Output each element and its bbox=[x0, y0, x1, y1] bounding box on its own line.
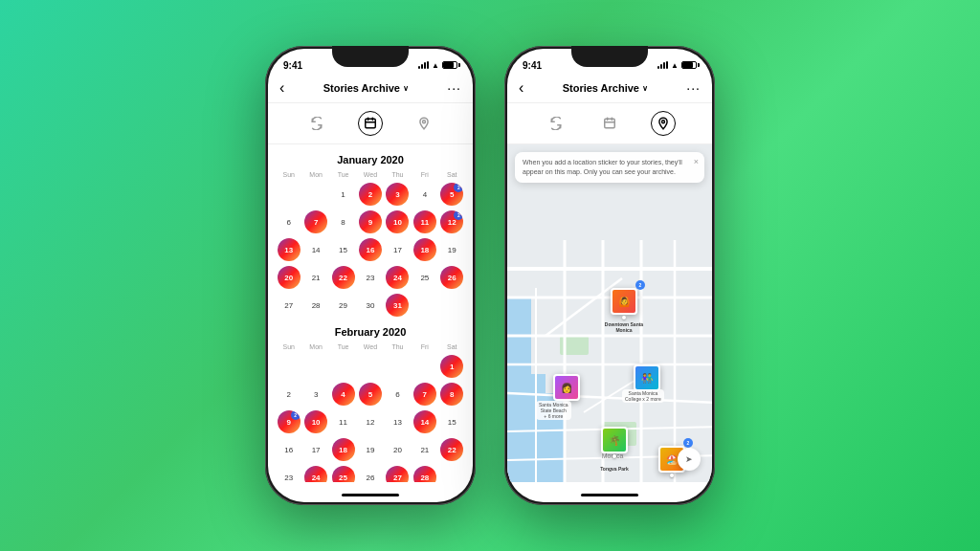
story-circle[interactable]: 14 bbox=[413, 410, 436, 433]
day-cell[interactable]: 24 bbox=[302, 464, 328, 482]
story-circle[interactable]: 122 bbox=[440, 210, 463, 233]
day-cell[interactable]: 7 bbox=[412, 381, 437, 408]
day-cell[interactable]: 18 bbox=[330, 436, 356, 463]
day-cell[interactable]: 3 bbox=[385, 181, 411, 208]
day-cell[interactable]: 10 bbox=[385, 209, 411, 235]
notch-left bbox=[332, 46, 409, 67]
day-cell[interactable]: 14 bbox=[412, 408, 437, 435]
story-circle[interactable]: 18 bbox=[332, 438, 355, 461]
tab-location-right[interactable] bbox=[651, 111, 676, 136]
day-cell[interactable]: 22 bbox=[330, 264, 356, 291]
day-cell[interactable]: 7 bbox=[302, 209, 328, 235]
story-badge: 2 bbox=[454, 183, 463, 192]
tab-location-left[interactable] bbox=[412, 111, 436, 136]
day-cell[interactable]: 16 bbox=[357, 236, 383, 263]
day-cell[interactable]: 5 bbox=[357, 381, 383, 408]
story-circle[interactable]: 92 bbox=[278, 410, 301, 433]
day-header: Sat bbox=[439, 169, 465, 180]
day-cell: 14 bbox=[302, 236, 328, 263]
story-circle[interactable]: 10 bbox=[304, 410, 327, 433]
story-circle[interactable]: 4 bbox=[332, 383, 355, 406]
calendar-grid: SunMonTueWedThuFriSat1234526789101112213… bbox=[276, 169, 465, 319]
story-circle[interactable]: 28 bbox=[413, 466, 436, 482]
story-circle[interactable]: 52 bbox=[440, 183, 463, 206]
day-cell[interactable]: 1 bbox=[439, 353, 465, 380]
map-pin-tongva[interactable]: 🌴 Tongva Park bbox=[601, 427, 628, 458]
story-circle[interactable]: 9 bbox=[359, 210, 382, 233]
story-circle[interactable]: 3 bbox=[386, 183, 409, 206]
day-cell[interactable]: 22 bbox=[439, 436, 465, 463]
battery-icon bbox=[442, 61, 457, 69]
story-circle[interactable]: 22 bbox=[440, 438, 463, 461]
story-circle[interactable]: 7 bbox=[304, 210, 327, 233]
day-cell[interactable]: 27 bbox=[385, 464, 411, 482]
day-cell: 11 bbox=[330, 408, 356, 435]
tab-calendar-left[interactable] bbox=[358, 111, 383, 136]
story-circle[interactable]: 7 bbox=[413, 383, 436, 406]
day-cell[interactable]: 26 bbox=[439, 264, 465, 291]
day-header: Sun bbox=[276, 342, 301, 352]
tooltip-text: When you add a location sticker to your … bbox=[523, 159, 682, 175]
back-button-left[interactable]: ‹ bbox=[279, 79, 284, 97]
day-cell: 3 bbox=[302, 381, 328, 408]
compass-icon: ➤ bbox=[685, 454, 693, 464]
story-circle[interactable]: 24 bbox=[386, 266, 409, 289]
map-view[interactable]: Santa Monica When you add a location sti… bbox=[507, 144, 712, 482]
story-circle[interactable]: 8 bbox=[440, 383, 463, 406]
day-cell[interactable]: 10 bbox=[302, 408, 328, 435]
month-title: January 2020 bbox=[276, 154, 465, 165]
day-cell[interactable]: 122 bbox=[439, 209, 465, 235]
college-label: Santa MonicaCollege x 2 more bbox=[622, 389, 664, 403]
story-circle[interactable]: 13 bbox=[278, 238, 301, 261]
day-cell[interactable]: 20 bbox=[276, 264, 301, 291]
day-cell[interactable]: 92 bbox=[276, 408, 301, 435]
day-cell[interactable]: 2 bbox=[357, 181, 383, 208]
story-circle[interactable]: 25 bbox=[332, 466, 355, 482]
story-circle[interactable]: 18 bbox=[413, 238, 436, 261]
story-circle[interactable]: 22 bbox=[332, 266, 355, 289]
day-cell[interactable]: 25 bbox=[330, 464, 356, 482]
tab-bar-left bbox=[268, 103, 473, 144]
map-pin-person[interactable]: 🙆 2 Downtown SantaMonica bbox=[611, 288, 637, 320]
story-circle[interactable]: 31 bbox=[386, 294, 409, 317]
day-cell: 6 bbox=[385, 381, 411, 408]
day-cell[interactable]: 18 bbox=[412, 236, 437, 263]
day-cell[interactable]: 24 bbox=[385, 264, 411, 291]
story-circle[interactable]: 11 bbox=[413, 210, 436, 233]
notch-right bbox=[571, 46, 648, 67]
more-button-right[interactable]: ··· bbox=[686, 80, 701, 96]
day-cell[interactable]: 52 bbox=[439, 181, 465, 208]
story-circle[interactable]: 1 bbox=[440, 355, 463, 378]
day-header: Mon bbox=[302, 342, 328, 352]
story-circle[interactable]: 27 bbox=[386, 466, 409, 482]
tooltip-close-button[interactable]: × bbox=[694, 156, 699, 168]
day-cell: 8 bbox=[330, 209, 356, 235]
day-cell[interactable]: 8 bbox=[439, 381, 465, 408]
back-button-right[interactable]: ‹ bbox=[519, 79, 523, 97]
tab-calendar-right[interactable] bbox=[597, 111, 622, 136]
more-button-left[interactable]: ··· bbox=[447, 80, 461, 96]
story-circle[interactable]: 20 bbox=[278, 266, 301, 289]
day-cell: 28 bbox=[302, 292, 328, 319]
status-icons-left: ▲ bbox=[418, 61, 457, 70]
tab-refresh-right[interactable] bbox=[544, 111, 568, 136]
story-circle[interactable]: 16 bbox=[359, 238, 382, 261]
day-cell[interactable]: 4 bbox=[330, 381, 356, 408]
day-cell[interactable]: 9 bbox=[357, 209, 383, 235]
day-header: Sun bbox=[276, 169, 301, 180]
day-cell: 19 bbox=[439, 236, 465, 263]
story-circle[interactable]: 2 bbox=[359, 183, 382, 206]
day-header: Tue bbox=[330, 169, 356, 180]
day-cell[interactable]: 11 bbox=[412, 209, 437, 235]
day-cell[interactable]: 31 bbox=[385, 292, 411, 319]
story-circle[interactable]: 26 bbox=[440, 266, 463, 289]
story-circle[interactable]: 24 bbox=[304, 466, 327, 482]
day-cell[interactable]: 28 bbox=[412, 464, 437, 482]
story-circle[interactable]: 10 bbox=[386, 210, 409, 233]
compass-button[interactable]: ➤ bbox=[678, 448, 701, 471]
day-cell[interactable]: 13 bbox=[276, 236, 301, 263]
story-circle[interactable]: 5 bbox=[359, 383, 382, 406]
calendar-scroll[interactable]: January 2020SunMonTueWedThuFriSat1234526… bbox=[268, 144, 473, 482]
tab-refresh-left[interactable] bbox=[304, 111, 329, 136]
day-header: Fri bbox=[412, 169, 437, 180]
